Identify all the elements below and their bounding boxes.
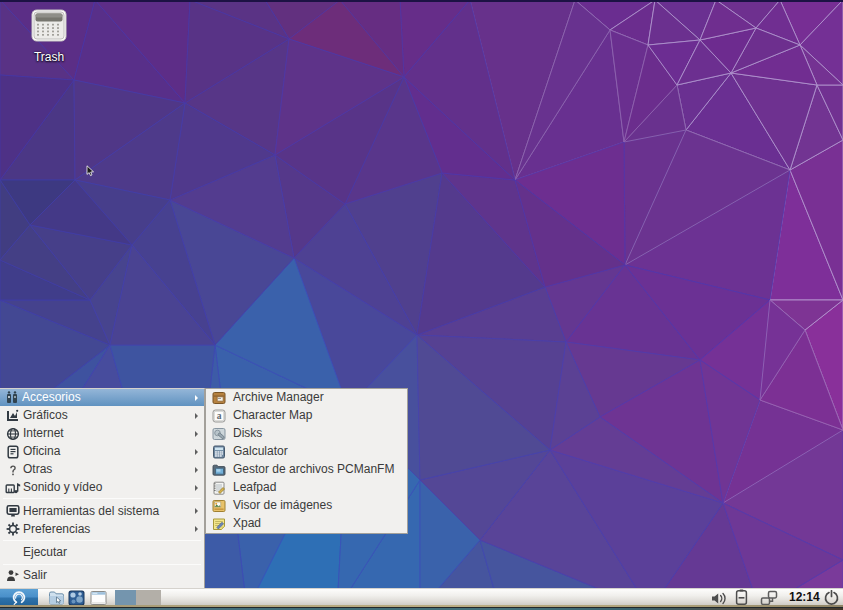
- svg-text:a: a: [217, 411, 222, 421]
